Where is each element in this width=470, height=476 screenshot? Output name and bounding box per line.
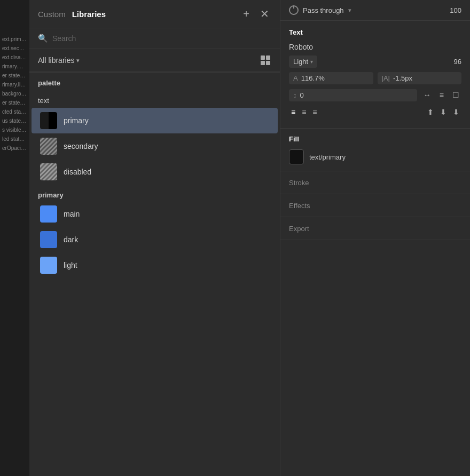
font-weight-size-row: Light ▾ 96 [289, 55, 461, 68]
library-filter: All libraries ▾ [29, 49, 280, 72]
line-height-value: 116.7% [301, 74, 325, 82]
group-primary-colors: primary [29, 185, 280, 201]
fill-style-label[interactable]: text/primary [309, 153, 346, 161]
chevron-down-icon: ▾ [76, 57, 80, 64]
stroke-title: Stroke [289, 179, 309, 187]
item-label-main: main [64, 210, 80, 218]
blend-mode-chevron[interactable]: ▾ [348, 7, 351, 14]
text-section-title: Text [289, 28, 461, 36]
fill-section-title: Fill [289, 135, 461, 143]
paragraph-spacing-input[interactable]: ↕ 0 [289, 89, 417, 101]
bg-text-7: background. [2, 91, 27, 97]
bg-text-1: ext.primary [2, 36, 27, 42]
item-label-secondary: secondary [64, 142, 98, 150]
export-section: Export [280, 217, 470, 240]
item-label-dark: dark [64, 235, 78, 244]
letter-spacing-input[interactable]: |A| -1.5px [378, 72, 462, 84]
align-center-btn[interactable]: ≡ [300, 106, 308, 118]
opacity-value[interactable]: 100 [450, 6, 461, 14]
grid-view-button[interactable] [260, 54, 271, 66]
bg-text-10: us states. Th [2, 118, 27, 124]
font-weight-chevron: ▾ [310, 59, 313, 65]
align-right-btn[interactable]: ≡ [310, 106, 319, 118]
line-height-icon: A [293, 74, 298, 82]
group-palette: palette [29, 73, 280, 89]
list-item-disabled-text[interactable]: disabled [32, 159, 278, 185]
list-item-light[interactable]: light [32, 252, 278, 278]
search-bar: 🔍 [29, 28, 280, 49]
filter-dropdown[interactable]: All libraries ▾ [38, 56, 80, 65]
add-button[interactable]: + [241, 7, 252, 20]
swatch-blue-dark [40, 231, 57, 248]
bg-text-9: cted states. [2, 109, 27, 115]
blend-mode-label: Pass through [303, 6, 344, 14]
paragraph-row: ↕ 0 ↔ ≡ ☐ [289, 89, 461, 101]
line-height-input[interactable]: A 116.7% [289, 72, 373, 84]
letter-spacing-value: -1.5px [393, 74, 412, 82]
letter-spacing-icon: |A| [382, 74, 390, 82]
align-left-btn[interactable]: ≡ [289, 106, 297, 118]
list-item-secondary-text[interactable]: secondary [32, 133, 278, 159]
line-height-row: A 116.7% |A| -1.5px [289, 72, 461, 84]
tab-libraries[interactable]: Libraries [72, 9, 106, 20]
search-input[interactable] [52, 34, 271, 43]
blend-mode-bar: Pass through ▾ 100 [280, 0, 470, 21]
item-label-primary: primary [64, 116, 89, 125]
content-area[interactable]: palette text primary secondary disabled … [29, 73, 280, 476]
valign-top-btn[interactable]: ⬆ [425, 106, 436, 118]
stroke-section: Stroke [280, 171, 470, 194]
text-box-btn[interactable]: ☐ [450, 89, 461, 101]
swatch-primary-text [40, 112, 57, 129]
text-align-horizontal-btn[interactable]: ≡ [437, 89, 446, 101]
section-text: text [29, 89, 280, 108]
bg-text-2: ext.seconda [2, 45, 27, 51]
swatch-blue-main [40, 205, 57, 223]
close-button[interactable]: ✕ [258, 7, 271, 20]
effects-title: Effects [289, 202, 310, 210]
effects-section: Effects [280, 194, 470, 217]
bg-text-4: rimary.main [2, 64, 27, 69]
swatch-blue-light [40, 257, 57, 274]
bg-text-8: er states. Th [2, 100, 27, 106]
list-item-dark[interactable]: dark [32, 227, 278, 252]
text-align-row: ≡ ≡ ≡ ⬆ ⬇ ⬇ [289, 106, 461, 118]
bg-text-13: erOpacity (0 [2, 145, 27, 151]
swatch-disabled-text [40, 163, 57, 180]
item-label-disabled: disabled [64, 168, 91, 176]
bg-text-11: s visible stat [2, 127, 27, 133]
export-title: Export [289, 225, 309, 233]
bg-text-3: ext.disabled [2, 54, 27, 60]
fill-section: Fill text/primary [280, 129, 470, 171]
font-name[interactable]: Roboto [289, 43, 461, 51]
paragraph-icon: ↕ [293, 91, 297, 99]
bg-text-6: rimary.light [2, 82, 27, 88]
swatch-secondary-text [40, 138, 57, 155]
panel-header: Custom Libraries + ✕ [29, 0, 280, 28]
list-item-main[interactable]: main [32, 201, 278, 227]
opacity-icon [289, 5, 299, 15]
bg-text-5: er states. Re [2, 73, 27, 78]
tab-custom[interactable]: Custom [38, 9, 66, 20]
valign-bottom-btn[interactable]: ⬇ [451, 106, 461, 118]
right-panel: Pass through ▾ 100 Text Roboto Light ▾ 9… [280, 0, 470, 476]
text-section: Text Roboto Light ▾ 96 A 116.7% |A| -1.5… [280, 21, 470, 129]
bg-text-list: ext.primary ext.seconda ext.disabled rim… [0, 32, 29, 155]
libraries-panel: Custom Libraries + ✕ 🔍 All libraries ▾ p… [29, 0, 280, 476]
valign-middle-btn[interactable]: ⬇ [438, 106, 449, 118]
list-item-primary-text[interactable]: primary [32, 108, 278, 133]
font-weight-control[interactable]: Light ▾ [289, 55, 317, 68]
fill-row: text/primary [289, 149, 461, 164]
font-size-value[interactable]: 96 [454, 58, 461, 66]
font-weight-label: Light [293, 58, 308, 66]
paragraph-value: 0 [300, 91, 304, 99]
resize-icon-btn[interactable]: ↔ [421, 89, 433, 101]
bg-text-12: led states ( [2, 136, 27, 142]
item-label-light: light [64, 261, 77, 269]
filter-label-text: All libraries [38, 56, 74, 65]
grid-icon [261, 55, 270, 65]
search-icon: 🔍 [38, 34, 48, 43]
fill-color-swatch[interactable] [289, 149, 304, 164]
